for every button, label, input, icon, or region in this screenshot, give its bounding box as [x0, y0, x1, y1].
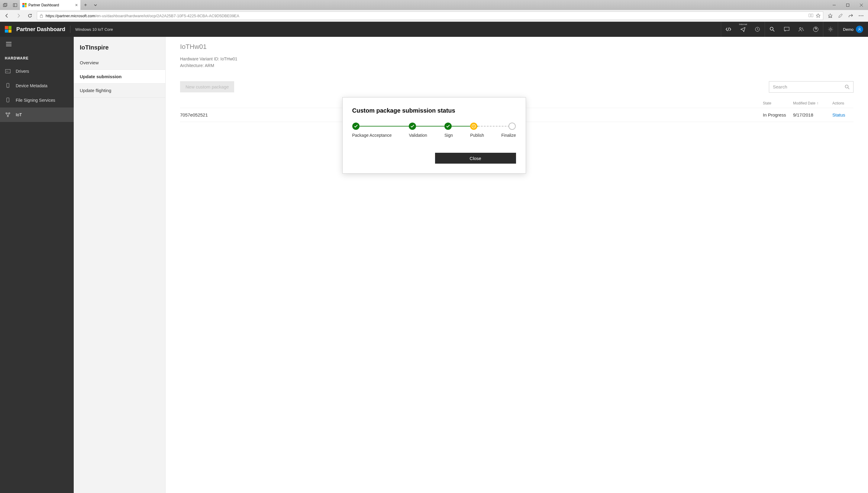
- refresh-icon[interactable]: [25, 11, 35, 20]
- more-icon[interactable]: [856, 11, 866, 20]
- divider: [70, 26, 70, 33]
- sidebar-item-iot[interactable]: IoT: [0, 107, 74, 122]
- panel-item-overview[interactable]: Overview: [74, 56, 165, 70]
- panel-item-update-flighting[interactable]: Update flighting: [74, 84, 165, 98]
- col-state[interactable]: State: [763, 101, 793, 105]
- svg-rect-6: [40, 15, 43, 18]
- gear-icon[interactable]: [823, 22, 838, 37]
- url-text: https://partner.microsoft.com/en-us/dash…: [46, 14, 239, 18]
- favorite-star-icon[interactable]: [816, 13, 821, 18]
- svg-rect-1: [4, 3, 7, 6]
- maximize-icon[interactable]: [841, 0, 854, 10]
- tab-group-icon[interactable]: [0, 0, 10, 10]
- sort-arrow-icon: ↑: [817, 101, 819, 105]
- svg-point-14: [770, 27, 773, 30]
- step-publish: Publish: [470, 123, 484, 138]
- back-icon[interactable]: [2, 11, 12, 20]
- close-button[interactable]: Close: [435, 153, 516, 164]
- forward-icon: [14, 11, 23, 20]
- drivers-icon: [5, 69, 11, 73]
- sidebar: HARDWARE Drivers Device Metadata File Si…: [0, 37, 74, 493]
- svg-rect-2: [13, 4, 17, 7]
- check-icon: [409, 123, 416, 130]
- svg-point-12: [863, 15, 864, 16]
- empty-circle-icon: [509, 123, 516, 130]
- content-meta: Hardware Variant ID: IoTHw01 Architectur…: [180, 56, 853, 69]
- app-title: Partner Dashboard: [16, 26, 65, 33]
- lock-icon: [40, 14, 43, 18]
- svg-line-15: [773, 30, 774, 31]
- hamburger-icon[interactable]: [0, 37, 74, 51]
- new-tab-icon[interactable]: ＋: [80, 0, 90, 10]
- avatar: [856, 26, 863, 33]
- step-finalize: Finalize: [501, 123, 516, 138]
- sidebar-item-label: Device Metadata: [16, 83, 47, 88]
- svg-point-25: [6, 71, 7, 71]
- col-modified-date[interactable]: Modified Date ↑: [793, 101, 832, 105]
- favorites-hub-icon[interactable]: [826, 11, 835, 20]
- search-input[interactable]: Search: [769, 81, 853, 93]
- svg-point-30: [6, 113, 7, 114]
- sidebar-item-label: File Signing Services: [16, 98, 55, 103]
- clock-icon[interactable]: [750, 22, 765, 37]
- check-icon: [445, 123, 452, 130]
- col-actions: Actions: [832, 101, 853, 105]
- tab-aside-icon[interactable]: [10, 0, 20, 10]
- header-subtitle: Windows 10 IoT Core: [75, 27, 113, 32]
- minimize-icon[interactable]: [827, 0, 841, 10]
- check-icon: [352, 123, 359, 130]
- svg-point-17: [800, 27, 801, 29]
- sidebar-item-drivers[interactable]: Drivers: [0, 64, 74, 79]
- svg-point-28: [7, 87, 8, 87]
- step-validation: Validation: [409, 123, 427, 138]
- sidebar-item-label: Drivers: [16, 69, 29, 74]
- browser-tab-bar: Partner Dashboard ✕ ＋: [0, 0, 868, 10]
- ms-logo-icon: [22, 3, 26, 7]
- search-icon[interactable]: [765, 22, 780, 37]
- sidebar-item-file-signing[interactable]: File Signing Services: [0, 93, 74, 107]
- hw-variant-id: Hardware Variant ID: IoTHw01: [180, 56, 853, 62]
- panel-title: IoTInspire: [74, 37, 165, 56]
- share-icon[interactable]: [846, 11, 855, 20]
- ink-icon[interactable]: [836, 11, 845, 20]
- progress-track: Package Acceptance Validation Sign Publi…: [352, 123, 516, 138]
- svg-point-20: [859, 28, 861, 29]
- chat-icon[interactable]: [780, 22, 794, 37]
- panel-item-update-submission[interactable]: Update submission: [74, 70, 165, 84]
- sidebar-heading: HARDWARE: [0, 51, 74, 64]
- svg-point-11: [861, 15, 862, 16]
- tab-dropdown-icon[interactable]: [90, 0, 100, 10]
- close-tab-icon[interactable]: ✕: [75, 3, 78, 7]
- url-input[interactable]: https://partner.microsoft.com/en-us/dash…: [37, 12, 823, 20]
- step-package-acceptance: Package Acceptance: [352, 123, 392, 138]
- user-menu[interactable]: Demo: [838, 22, 868, 37]
- secondary-panel: IoTInspire Overview Update submission Up…: [74, 37, 166, 493]
- svg-point-33: [845, 85, 848, 88]
- browser-tab[interactable]: Partner Dashboard ✕: [20, 0, 80, 10]
- flight-icon[interactable]: Internal: [736, 22, 750, 37]
- svg-line-34: [848, 88, 850, 89]
- content-title: IoTHw01: [180, 43, 853, 51]
- search-placeholder: Search: [773, 84, 787, 89]
- sidebar-item-device-metadata[interactable]: Device Metadata: [0, 79, 74, 93]
- svg-rect-16: [784, 27, 789, 30]
- close-window-icon[interactable]: [854, 0, 868, 10]
- svg-rect-0: [3, 4, 6, 7]
- clock-icon: [470, 123, 477, 130]
- svg-rect-5: [846, 4, 849, 6]
- search-icon: [845, 85, 850, 89]
- modal-title: Custom package submission status: [352, 107, 516, 114]
- row-status-link[interactable]: Status: [832, 112, 853, 117]
- sidebar-item-label: IoT: [16, 112, 22, 117]
- people-icon[interactable]: [794, 22, 808, 37]
- user-name: Demo: [843, 27, 853, 32]
- row-date: 9/17/2018: [793, 112, 832, 117]
- tab-title: Partner Dashboard: [28, 3, 59, 7]
- code-icon[interactable]: [721, 22, 736, 37]
- svg-point-31: [9, 113, 10, 114]
- architecture: Architecture: ARM: [180, 62, 853, 69]
- iot-icon: [5, 112, 11, 117]
- help-icon[interactable]: [808, 22, 823, 37]
- reading-view-icon[interactable]: [808, 13, 813, 18]
- device-metadata-icon: [5, 83, 11, 88]
